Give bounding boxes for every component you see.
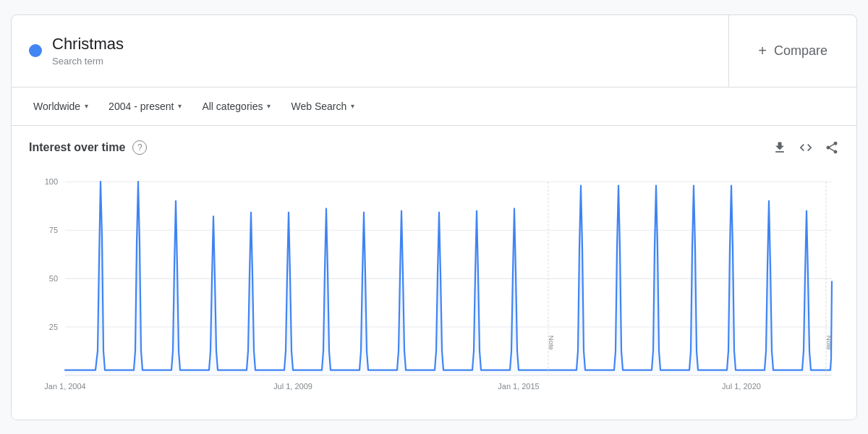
share-icon[interactable] <box>825 140 839 155</box>
term-color-dot <box>29 44 42 57</box>
compare-section[interactable]: + Compare <box>729 15 856 87</box>
y-label-50: 50 <box>49 274 58 283</box>
category-chevron-icon: ▾ <box>267 102 271 110</box>
y-label-25: 25 <box>49 323 58 331</box>
search-type-filter-label: Web Search <box>291 101 346 112</box>
help-icon[interactable]: ? <box>132 140 147 155</box>
search-type-chevron-icon: ▾ <box>351 102 354 110</box>
chart-title-group: Interest over time ? <box>29 140 147 155</box>
chart-area: 100 75 50 25 <box>29 166 839 412</box>
y-label-100: 100 <box>45 177 58 186</box>
note-label-1: Note <box>548 335 555 349</box>
region-chevron-icon: ▾ <box>85 102 88 110</box>
term-name: Christmas <box>52 35 124 54</box>
search-term-row: Christmas Search term + Compare <box>12 15 856 88</box>
chart-svg: 100 75 50 25 <box>29 166 839 412</box>
chart-header: Interest over time ? <box>29 140 839 155</box>
time-filter[interactable]: 2004 - present ▾ <box>101 96 189 116</box>
note-label-2: Note <box>825 335 833 349</box>
x-label-2009: Jul 1, 2009 <box>273 381 312 390</box>
category-filter-label: All categories <box>202 101 263 112</box>
time-filter-label: 2004 - present <box>109 101 174 112</box>
chart-title: Interest over time <box>29 141 125 154</box>
main-container: Christmas Search term + Compare Worldwid… <box>11 14 857 420</box>
embed-icon[interactable] <box>799 140 813 155</box>
x-label-2004: Jan 1, 2004 <box>44 381 85 390</box>
x-label-2015: Jan 1, 2015 <box>498 381 539 390</box>
compare-label: Compare <box>774 43 827 59</box>
term-sub-label: Search term <box>52 56 124 67</box>
y-label-75: 75 <box>49 226 58 234</box>
search-term-left: Christmas Search term <box>12 15 729 87</box>
filter-row: Worldwide ▾ 2004 - present ▾ All categor… <box>12 88 856 126</box>
chart-section: Interest over time ? <box>12 126 856 420</box>
region-filter-label: Worldwide <box>33 101 80 112</box>
search-type-filter[interactable]: Web Search ▾ <box>284 96 362 116</box>
trend-line <box>65 182 832 370</box>
region-filter[interactable]: Worldwide ▾ <box>26 96 95 116</box>
compare-plus-icon: + <box>758 43 767 59</box>
category-filter[interactable]: All categories ▾ <box>195 96 278 116</box>
time-chevron-icon: ▾ <box>178 102 182 110</box>
chart-actions <box>773 140 839 155</box>
download-icon[interactable] <box>773 140 787 155</box>
term-text: Christmas Search term <box>52 35 124 67</box>
x-label-2020: Jul 1, 2020 <box>722 381 761 390</box>
